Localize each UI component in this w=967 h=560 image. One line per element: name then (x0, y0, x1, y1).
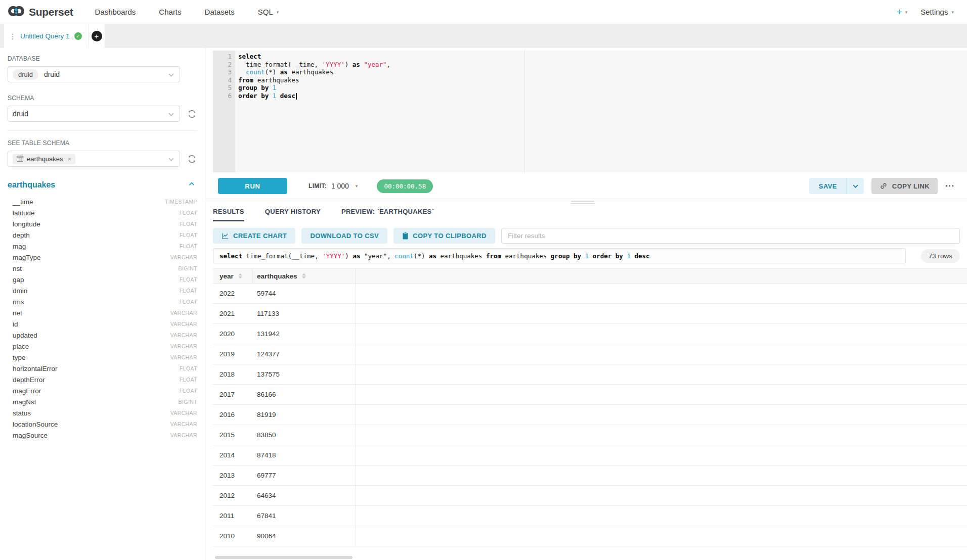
tab-untitled-query[interactable]: ⋮ Untitled Query 1 ✓ × (4, 24, 88, 48)
executed-query-row: select time_format(__time, 'YYYY') as "y… (213, 248, 960, 263)
save-options-button[interactable] (847, 178, 864, 194)
nav-datasets[interactable]: Datasets (193, 8, 246, 16)
sidebar-divider (8, 130, 197, 131)
query-tabbar: ⋮ Untitled Query 1 ✓ × + (0, 24, 967, 48)
refresh-tables-button[interactable] (186, 153, 197, 164)
schema-column-row: nstBIGINT (8, 263, 197, 274)
column-header-year[interactable]: year (213, 269, 252, 283)
table-row: 201583850 (213, 425, 967, 445)
results-actions: CREATE CHART DOWNLOAD TO CSV COPY TO CLI… (213, 228, 960, 244)
tab-label: Untitled Query 1 (20, 32, 70, 40)
link-icon (880, 182, 888, 190)
copy-clipboard-button[interactable]: COPY TO CLIPBOARD (393, 228, 495, 244)
caret-down-icon: ▾ (356, 183, 358, 189)
collapse-icon[interactable] (188, 180, 195, 190)
schema-column-row: gapFLOAT (8, 274, 197, 285)
more-options-button[interactable]: ··· (945, 181, 955, 191)
superset-logo[interactable]: Superset (7, 3, 73, 21)
column-header-earthquakes[interactable]: earthquakes (252, 269, 356, 283)
table-row: 2019124377 (213, 344, 967, 364)
table-row: 2021117133 (213, 304, 967, 324)
nav-sql[interactable]: SQL ▾ (246, 8, 291, 16)
table-row: 201487418 (213, 445, 967, 465)
download-csv-button[interactable]: DOWNLOAD TO CSV (301, 228, 387, 244)
sort-icon[interactable] (238, 273, 242, 278)
copy-link-button[interactable]: COPY LINK (871, 178, 938, 194)
column-list: __timeTIMESTAMPlatitudeFLOATlongitudeFLO… (8, 196, 197, 441)
executed-query: select time_format(__time, 'YYYY') as "y… (213, 248, 906, 263)
navbar-right: + ▾ Settings ▾ (897, 7, 954, 17)
results-table: yearearthquakes 202259744202111713320201… (213, 268, 967, 546)
schema-column-row: latitudeFLOAT (8, 207, 197, 218)
new-tab-button[interactable]: + (89, 24, 105, 48)
nav-charts[interactable]: Charts (147, 8, 193, 16)
schema-column-row: magNstBIGINT (8, 396, 197, 407)
chevron-down-icon (168, 111, 174, 120)
table-row: 2018137575 (213, 364, 967, 385)
sql-lab-content: DATABASE druid druid SCHEMA druid (0, 48, 967, 560)
remove-table-icon[interactable]: × (68, 155, 72, 163)
plus-icon: + (897, 7, 902, 17)
schema-column-row: locationSourceVARCHAR (8, 418, 197, 430)
schema-column-row: __timeTIMESTAMP (8, 196, 197, 207)
table-row: 201786166 (213, 385, 967, 405)
new-item-button[interactable]: + ▾ (897, 7, 908, 17)
tab-preview-earthquakes[interactable]: PREVIEW: `EARTHQUAKES` (341, 208, 434, 221)
table-row: 201090064 (213, 526, 967, 546)
table-select[interactable]: earthquakes × (8, 151, 180, 167)
table-name: earthquakes (8, 180, 55, 190)
create-chart-button[interactable]: CREATE CHART (213, 228, 295, 244)
superset-logo-icon (7, 3, 25, 21)
horizontal-scrollbar[interactable] (215, 556, 353, 559)
tab-results[interactable]: RESULTS (213, 208, 244, 221)
caret-down-icon: ▾ (277, 10, 279, 15)
refresh-icon (187, 109, 197, 119)
text-cursor (296, 93, 297, 100)
schema-column-row: depthFLOAT (8, 229, 197, 241)
chart-icon (222, 232, 229, 240)
database-label: DATABASE (8, 55, 197, 62)
sql-editor[interactable]: 123456 select time_format(__time, 'YYYY'… (213, 51, 967, 172)
clipboard-icon (402, 232, 409, 240)
schema-column-row: updatedVARCHAR (8, 330, 197, 341)
settings-menu[interactable]: Settings ▾ (920, 8, 954, 16)
schema-select[interactable]: druid (8, 106, 180, 122)
brand-name: Superset (29, 6, 73, 18)
run-button[interactable]: RUN (218, 178, 287, 194)
schema-label: SCHEMA (8, 95, 197, 102)
save-button[interactable]: SAVE (809, 178, 847, 194)
drag-handle-icon[interactable]: ⋮ (9, 32, 16, 40)
schema-column-row: rmsFLOAT (8, 296, 197, 307)
database-type-badge: druid (13, 69, 38, 80)
database-select[interactable]: druid druid (8, 66, 180, 82)
schema-column-row: statusVARCHAR (8, 407, 197, 418)
row-count-badge: 73 rows (921, 249, 960, 263)
editor-toolbar: RUN LIMIT: 1 000 ▾ 00:00:00.58 SAVE (206, 175, 967, 197)
schema-column-row: magFLOAT (8, 241, 197, 252)
editor-code[interactable]: select time_format(__time, 'YYYY') as "y… (238, 53, 967, 100)
save-split-button: SAVE (809, 178, 864, 194)
limit-dropdown[interactable]: LIMIT: 1 000 ▾ (309, 182, 358, 190)
refresh-schema-button[interactable] (186, 108, 197, 119)
refresh-icon (187, 154, 197, 164)
table-schema-header[interactable]: earthquakes (8, 180, 197, 190)
schema-column-row: typeVARCHAR (8, 352, 197, 363)
sort-icon[interactable] (302, 273, 306, 278)
table-row: 201264634 (213, 486, 967, 506)
table-row: 201167841 (213, 506, 967, 526)
schema-column-row: placeVARCHAR (8, 341, 197, 352)
results-panel: RESULTS QUERY HISTORY PREVIEW: `EARTHQUA… (206, 199, 967, 560)
table-row: 201681919 (213, 405, 967, 425)
schema-column-row: idVARCHAR (8, 318, 197, 330)
schema-column-row: depthErrorFLOAT (8, 374, 197, 385)
table-schema-panel: earthquakes __timeTIMESTAMPlatitudeFLOAT… (8, 180, 197, 441)
table-row: 2020131942 (213, 324, 967, 344)
nav-dashboards[interactable]: Dashboards (83, 8, 147, 16)
top-navbar: Superset Dashboards Charts Datasets SQL … (0, 0, 967, 24)
schema-column-row: magErrorFLOAT (8, 385, 197, 396)
selected-table-tag: earthquakes × (13, 154, 75, 164)
schema-column-row: longitudeFLOAT (8, 218, 197, 229)
tab-query-history[interactable]: QUERY HISTORY (265, 208, 321, 221)
filter-results-input[interactable] (501, 228, 960, 244)
table-row: 201369777 (213, 465, 967, 486)
